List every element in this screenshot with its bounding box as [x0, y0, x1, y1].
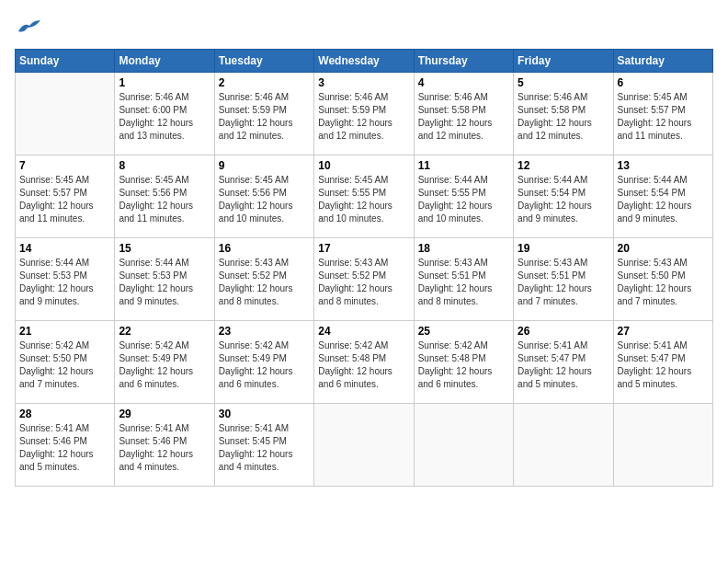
- day-number: 13: [618, 159, 709, 172]
- calendar-cell: 11Sunrise: 5:44 AM Sunset: 5:55 PM Dayli…: [414, 155, 513, 238]
- day-info: Sunrise: 5:41 AM Sunset: 5:47 PM Dayligh…: [518, 339, 609, 391]
- day-info: Sunrise: 5:46 AM Sunset: 5:59 PM Dayligh…: [219, 91, 310, 143]
- day-info: Sunrise: 5:41 AM Sunset: 5:46 PM Dayligh…: [119, 422, 210, 474]
- calendar-cell: 25Sunrise: 5:42 AM Sunset: 5:48 PM Dayli…: [414, 321, 513, 404]
- calendar-week-row: 21Sunrise: 5:42 AM Sunset: 5:50 PM Dayli…: [16, 321, 713, 404]
- calendar-cell: 13Sunrise: 5:44 AM Sunset: 5:54 PM Dayli…: [613, 155, 712, 238]
- day-info: Sunrise: 5:41 AM Sunset: 5:47 PM Dayligh…: [618, 339, 709, 391]
- day-number: 15: [119, 242, 210, 255]
- day-info: Sunrise: 5:43 AM Sunset: 5:51 PM Dayligh…: [518, 257, 609, 308]
- calendar-cell: [514, 404, 613, 487]
- day-number: 8: [119, 159, 210, 172]
- day-info: Sunrise: 5:46 AM Sunset: 5:59 PM Dayligh…: [318, 91, 409, 143]
- day-info: Sunrise: 5:44 AM Sunset: 5:53 PM Dayligh…: [119, 257, 210, 308]
- calendar-week-row: 14Sunrise: 5:44 AM Sunset: 5:53 PM Dayli…: [16, 238, 713, 321]
- day-number: 22: [119, 325, 210, 338]
- day-number: 2: [219, 76, 310, 89]
- day-info: Sunrise: 5:44 AM Sunset: 5:54 PM Dayligh…: [618, 174, 709, 225]
- day-info: Sunrise: 5:45 AM Sunset: 5:57 PM Dayligh…: [19, 174, 110, 225]
- page-header: [15, 15, 713, 38]
- day-info: Sunrise: 5:42 AM Sunset: 5:49 PM Dayligh…: [119, 339, 210, 391]
- day-info: Sunrise: 5:46 AM Sunset: 6:00 PM Dayligh…: [119, 91, 210, 143]
- calendar-cell: 15Sunrise: 5:44 AM Sunset: 5:53 PM Dayli…: [115, 238, 214, 321]
- calendar-cell: 20Sunrise: 5:43 AM Sunset: 5:50 PM Dayli…: [613, 238, 712, 321]
- weekday-header-tuesday: Tuesday: [214, 50, 313, 73]
- calendar-cell: 7Sunrise: 5:45 AM Sunset: 5:57 PM Daylig…: [16, 155, 115, 238]
- weekday-header-wednesday: Wednesday: [314, 50, 414, 73]
- day-number: 9: [219, 159, 310, 172]
- day-number: 28: [19, 408, 110, 420]
- calendar-cell: 2Sunrise: 5:46 AM Sunset: 5:59 PM Daylig…: [214, 73, 313, 155]
- calendar-cell: 16Sunrise: 5:43 AM Sunset: 5:52 PM Dayli…: [214, 238, 313, 321]
- day-number: 29: [119, 408, 210, 420]
- calendar-cell: 26Sunrise: 5:41 AM Sunset: 5:47 PM Dayli…: [514, 321, 613, 404]
- day-info: Sunrise: 5:42 AM Sunset: 5:50 PM Dayligh…: [19, 339, 110, 391]
- day-number: 7: [19, 159, 110, 172]
- calendar-cell: 17Sunrise: 5:43 AM Sunset: 5:52 PM Dayli…: [314, 238, 414, 321]
- day-info: Sunrise: 5:45 AM Sunset: 5:56 PM Dayligh…: [119, 174, 210, 225]
- calendar-cell: 5Sunrise: 5:46 AM Sunset: 5:58 PM Daylig…: [514, 73, 613, 155]
- day-info: Sunrise: 5:44 AM Sunset: 5:53 PM Dayligh…: [19, 257, 110, 308]
- calendar-cell: 8Sunrise: 5:45 AM Sunset: 5:56 PM Daylig…: [115, 155, 214, 238]
- calendar-body: 1Sunrise: 5:46 AM Sunset: 6:00 PM Daylig…: [16, 73, 713, 487]
- calendar-cell: 1Sunrise: 5:46 AM Sunset: 6:00 PM Daylig…: [115, 73, 214, 155]
- calendar-week-row: 1Sunrise: 5:46 AM Sunset: 6:00 PM Daylig…: [16, 73, 713, 155]
- calendar-cell: 29Sunrise: 5:41 AM Sunset: 5:46 PM Dayli…: [115, 404, 214, 487]
- day-info: Sunrise: 5:43 AM Sunset: 5:51 PM Dayligh…: [418, 257, 509, 308]
- calendar-week-row: 7Sunrise: 5:45 AM Sunset: 5:57 PM Daylig…: [16, 155, 713, 238]
- calendar-cell: 10Sunrise: 5:45 AM Sunset: 5:55 PM Dayli…: [314, 155, 414, 238]
- weekday-header-saturday: Saturday: [613, 50, 712, 73]
- calendar-cell: 14Sunrise: 5:44 AM Sunset: 5:53 PM Dayli…: [16, 238, 115, 321]
- weekday-header-friday: Friday: [514, 50, 613, 73]
- logo-bird-icon: [17, 18, 40, 37]
- day-number: 30: [219, 408, 310, 420]
- day-info: Sunrise: 5:43 AM Sunset: 5:50 PM Dayligh…: [618, 257, 709, 308]
- calendar-week-row: 28Sunrise: 5:41 AM Sunset: 5:46 PM Dayli…: [16, 404, 713, 487]
- weekday-header-monday: Monday: [115, 50, 214, 73]
- day-info: Sunrise: 5:44 AM Sunset: 5:55 PM Dayligh…: [418, 174, 509, 225]
- day-number: 18: [418, 242, 509, 255]
- day-number: 20: [618, 242, 709, 255]
- day-info: Sunrise: 5:42 AM Sunset: 5:48 PM Dayligh…: [318, 339, 409, 391]
- day-info: Sunrise: 5:45 AM Sunset: 5:57 PM Dayligh…: [618, 91, 709, 143]
- calendar-cell: 21Sunrise: 5:42 AM Sunset: 5:50 PM Dayli…: [16, 321, 115, 404]
- day-number: 4: [418, 76, 509, 89]
- logo: [15, 15, 40, 38]
- calendar-cell: 3Sunrise: 5:46 AM Sunset: 5:59 PM Daylig…: [314, 73, 414, 155]
- calendar-cell: 9Sunrise: 5:45 AM Sunset: 5:56 PM Daylig…: [214, 155, 313, 238]
- day-info: Sunrise: 5:46 AM Sunset: 5:58 PM Dayligh…: [518, 91, 609, 143]
- day-number: 6: [618, 76, 709, 89]
- calendar-cell: 19Sunrise: 5:43 AM Sunset: 5:51 PM Dayli…: [514, 238, 613, 321]
- day-number: 25: [418, 325, 509, 338]
- calendar-cell: 6Sunrise: 5:45 AM Sunset: 5:57 PM Daylig…: [613, 73, 712, 155]
- day-number: 3: [318, 76, 409, 89]
- calendar-cell: 4Sunrise: 5:46 AM Sunset: 5:58 PM Daylig…: [414, 73, 513, 155]
- day-number: 17: [318, 242, 409, 255]
- day-number: 14: [19, 242, 110, 255]
- day-number: 26: [518, 325, 609, 338]
- day-info: Sunrise: 5:41 AM Sunset: 5:45 PM Dayligh…: [219, 422, 310, 474]
- weekday-header-sunday: Sunday: [16, 50, 115, 73]
- calendar-cell: 30Sunrise: 5:41 AM Sunset: 5:45 PM Dayli…: [214, 404, 313, 487]
- calendar-cell: 18Sunrise: 5:43 AM Sunset: 5:51 PM Dayli…: [414, 238, 513, 321]
- day-info: Sunrise: 5:43 AM Sunset: 5:52 PM Dayligh…: [219, 257, 310, 308]
- calendar-table: SundayMondayTuesdayWednesdayThursdayFrid…: [15, 49, 713, 487]
- calendar-cell: 24Sunrise: 5:42 AM Sunset: 5:48 PM Dayli…: [314, 321, 414, 404]
- day-number: 1: [119, 76, 210, 89]
- calendar-header-row: SundayMondayTuesdayWednesdayThursdayFrid…: [16, 50, 713, 73]
- day-info: Sunrise: 5:45 AM Sunset: 5:55 PM Dayligh…: [318, 174, 409, 225]
- calendar-cell: 27Sunrise: 5:41 AM Sunset: 5:47 PM Dayli…: [613, 321, 712, 404]
- day-number: 11: [418, 159, 509, 172]
- day-info: Sunrise: 5:43 AM Sunset: 5:52 PM Dayligh…: [318, 257, 409, 308]
- calendar-cell: 28Sunrise: 5:41 AM Sunset: 5:46 PM Dayli…: [16, 404, 115, 487]
- weekday-header-thursday: Thursday: [414, 50, 513, 73]
- day-number: 19: [518, 242, 609, 255]
- calendar-cell: [16, 73, 115, 155]
- day-info: Sunrise: 5:44 AM Sunset: 5:54 PM Dayligh…: [518, 174, 609, 225]
- day-info: Sunrise: 5:42 AM Sunset: 5:48 PM Dayligh…: [418, 339, 509, 391]
- calendar-cell: [314, 404, 414, 487]
- day-number: 23: [219, 325, 310, 338]
- day-number: 24: [318, 325, 409, 338]
- day-number: 27: [618, 325, 709, 338]
- day-number: 12: [518, 159, 609, 172]
